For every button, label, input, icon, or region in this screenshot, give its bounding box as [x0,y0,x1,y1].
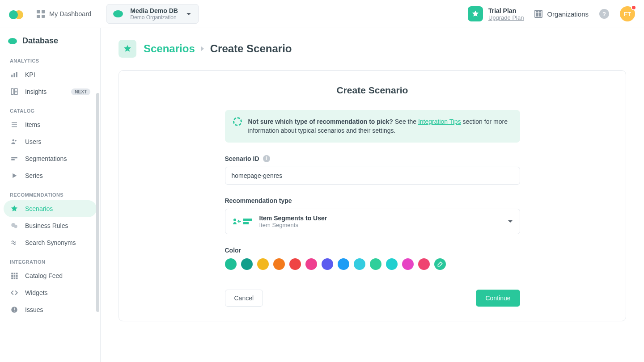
rec-type-sub: Item Segments [259,222,327,228]
integration-tip: Not sure which type of recommendation to… [225,110,520,143]
svg-rect-17 [11,275,13,277]
notification-dot [631,5,636,10]
sidebar-item-label: Users [25,138,42,145]
sidebar-item-issues[interactable]: Issues [4,301,97,318]
sidebar-item-items[interactable]: Items [4,116,97,133]
svg-rect-10 [11,157,17,158]
sidebar-item-kpi[interactable]: KPI [4,66,97,83]
sidebar-item-label: Segmentations [25,155,67,162]
item-segments-to-user-icon [233,216,253,226]
sidebar-item-catalog-feed[interactable]: Catalog Feed [4,267,97,284]
color-label: Color [225,247,520,254]
sidebar-item-series[interactable]: Series [4,167,97,184]
sidebar-item-scenarios[interactable]: Scenarios [4,200,97,217]
upgrade-plan-link[interactable]: Upgrade Plan [488,14,524,21]
sidebar-item-widgets[interactable]: Widgets [4,284,97,301]
organizations-link[interactable]: Organizations [534,10,589,18]
sidebar-title: Database [4,36,97,50]
svg-rect-19 [16,275,18,277]
color-swatch[interactable] [418,258,430,270]
color-swatch[interactable] [241,258,253,270]
database-selector[interactable]: Media Demo DB Demo Organization [106,4,199,24]
color-swatch[interactable] [338,258,349,270]
color-swatch[interactable] [257,258,269,270]
integration-tips-link[interactable]: Integration Tips [418,118,461,125]
custom-color-button[interactable] [434,258,446,270]
svg-rect-2 [16,72,17,77]
insights-icon [10,87,19,96]
breadcrumb: Scenarios Create Scenario [119,40,626,58]
my-dashboard-link[interactable]: My Dashboard [37,10,91,18]
svg-point-13 [14,225,17,228]
list-icon [10,120,19,129]
play-icon [10,171,19,180]
code-icon [10,288,19,297]
trial-star-icon [468,6,483,21]
sidebar-item-label: Scenarios [25,205,53,212]
scenario-id-input[interactable] [225,167,520,185]
sidebar-item-label: Search Synonyms [25,239,76,246]
recommendation-type-select[interactable]: Item Segments to User Item Segments [225,209,520,234]
group-integration: INTEGRATION [4,251,97,267]
avatar-initials: FT [624,11,631,17]
color-swatch[interactable] [322,258,333,270]
cancel-button[interactable]: Cancel [225,290,263,307]
sidebar-item-users[interactable]: Users [4,133,97,150]
svg-rect-16 [16,273,18,274]
sidebar-item-label: Business Rules [25,222,68,229]
svg-rect-18 [14,275,16,277]
help-button[interactable]: ? [599,9,609,19]
color-swatches [225,258,520,270]
trial-title: Trial Plan [488,7,524,14]
approx-icon [10,238,19,247]
sidebar-item-label: Items [25,121,40,128]
sidebar-item-insights[interactable]: Insights NEXT [4,83,97,100]
breadcrumb-current: Create Scenario [210,42,292,55]
color-swatch[interactable] [273,258,285,270]
my-dashboard-label: My Dashboard [49,10,91,17]
group-analytics: ANALYTICS [4,50,97,66]
sidebar-item-business-rules[interactable]: Business Rules [4,217,97,234]
alert-icon [10,305,19,314]
group-recommendations: RECOMMENDATIONS [4,184,97,200]
scenario-star-badge [119,40,136,58]
caret-down-icon [508,220,513,223]
continue-button[interactable]: Continue [476,290,520,307]
color-swatch[interactable] [386,258,398,270]
lifebuoy-icon [233,117,242,126]
svg-rect-11 [11,159,15,160]
scenario-id-label: Scenario ID i [225,155,520,162]
scrollbar-thumb[interactable] [96,93,99,312]
next-badge: NEXT [71,88,90,95]
sidebar-item-label: Series [25,172,43,179]
bars-icon [10,70,19,79]
organizations-label: Organizations [547,10,589,18]
dashboard-grid-icon [37,10,45,18]
color-swatch[interactable] [289,258,301,270]
database-icon [8,38,17,44]
user-avatar[interactable]: FT [620,6,635,21]
svg-point-26 [233,219,236,221]
rec-type-title: Item Segments to User [259,215,327,222]
grid-small-icon [10,271,19,280]
recommendation-type-label: Recommendation type [225,197,520,204]
svg-point-8 [13,139,15,142]
color-swatch[interactable] [370,258,381,270]
sidebar-item-search-synonyms[interactable]: Search Synonyms [4,234,97,251]
segment-icon [10,154,19,163]
building-icon [534,10,542,18]
app-logo[interactable] [9,8,23,20]
sidebar-item-label: Insights [25,88,47,95]
color-swatch[interactable] [305,258,317,270]
sidebar-item-label: KPI [25,71,35,78]
breadcrumb-scenarios-link[interactable]: Scenarios [144,42,195,55]
svg-rect-22 [16,278,18,279]
color-swatch[interactable] [402,258,414,270]
info-icon[interactable]: i [263,155,270,162]
color-swatch[interactable] [354,258,365,270]
content-area: Scenarios Create Scenario Create Scenari… [101,28,644,362]
wechat-icon [10,221,19,230]
color-swatch[interactable] [225,258,237,270]
sidebar-item-segmentations[interactable]: Segmentations [4,150,97,167]
db-org: Demo Organization [130,14,178,21]
